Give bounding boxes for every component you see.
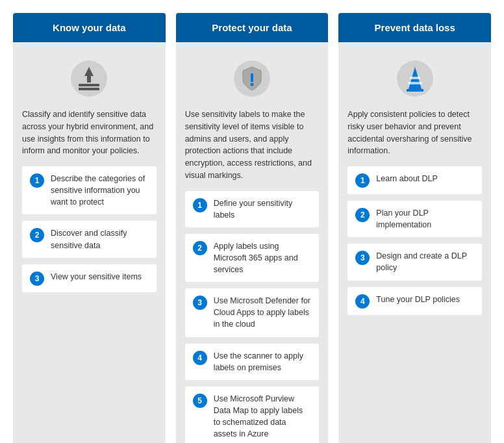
prevent-step-3-text: Design and create a DLP policy: [376, 250, 474, 273]
column-protect-body: Use sensitivity labels to make the sensi…: [176, 42, 329, 443]
know-step-2[interactable]: 2 Discover and classify sensitive data: [22, 221, 157, 257]
svg-rect-11: [410, 77, 420, 79]
know-step-1-number: 1: [30, 173, 44, 188]
protect-step-4-number: 4: [193, 351, 207, 365]
prevent-step-2-number: 2: [355, 208, 370, 222]
protect-step-3-text: Use Microsoft Defender for Cloud Apps to…: [214, 295, 312, 330]
main-container: Know your data Classify and identify sen…: [13, 13, 491, 443]
prevent-step-2-text: Plan your DLP implementation: [376, 207, 474, 231]
svg-rect-4: [87, 76, 91, 82]
protect-step-5[interactable]: 5 Use Microsoft Purview Data Map to appl…: [185, 386, 320, 443]
protect-step-3[interactable]: 3 Use Microsoft Defender for Cloud Apps …: [185, 288, 320, 336]
svg-rect-1: [79, 84, 99, 86]
column-know-header: Know your data: [13, 13, 166, 42]
prevent-step-1-number: 1: [355, 173, 370, 188]
column-know: Know your data Classify and identify sen…: [13, 13, 166, 443]
protect-step-3-number: 3: [193, 296, 207, 310]
prevent-description: Apply consistent policies to detect risk…: [347, 108, 482, 157]
know-step-3[interactable]: 3 View your sensitive items: [22, 264, 157, 292]
protect-step-1[interactable]: 1 Define your sensitivity labels: [185, 191, 320, 227]
know-step-3-number: 3: [30, 272, 44, 286]
column-protect: Protect your data Use sensitivity labels…: [176, 13, 329, 443]
know-step-1[interactable]: 1 Describe the categories of sensitive i…: [22, 166, 157, 214]
column-prevent-header: Prevent data loss: [338, 13, 491, 42]
svg-rect-6: [251, 73, 253, 82]
svg-rect-10: [408, 82, 422, 84]
prevent-step-3[interactable]: 3 Design and create a DLP policy: [347, 244, 482, 280]
prevent-step-3-number: 3: [355, 251, 370, 265]
know-step-1-text: Describe the categories of sensitive inf…: [51, 173, 149, 208]
prevent-step-2[interactable]: 2 Plan your DLP implementation: [347, 201, 482, 237]
protect-icon: [233, 59, 271, 98]
column-protect-header: Protect your data: [176, 13, 329, 42]
protect-icon-area: [185, 53, 320, 102]
svg-point-7: [251, 83, 254, 86]
prevent-step-1[interactable]: 1 Learn about DLP: [347, 166, 482, 194]
protect-step-5-text: Use Microsoft Purview Data Map to apply …: [214, 393, 312, 440]
know-icon: [69, 59, 108, 98]
svg-rect-2: [79, 88, 99, 90]
protect-step-2-number: 2: [193, 241, 207, 255]
protect-description: Use sensitivity labels to make the sensi…: [185, 108, 320, 182]
protect-step-4[interactable]: 4 Use the scanner to apply labels on pre…: [185, 344, 320, 380]
prevent-step-4-text: Tune your DLP policies: [376, 294, 460, 305]
know-step-3-text: View your sensitive items: [51, 271, 142, 283]
know-step-2-number: 2: [30, 228, 44, 242]
protect-step-1-text: Define your sensitivity labels: [214, 197, 312, 221]
know-description: Classify and identify sensitive data acr…: [22, 108, 157, 157]
column-prevent-body: Apply consistent policies to detect risk…: [338, 42, 491, 443]
protect-step-2-text: Apply labels using Microsoft 365 apps an…: [214, 240, 312, 275]
prevent-step-4-number: 4: [355, 294, 370, 309]
prevent-step-1-text: Learn about DLP: [376, 173, 438, 184]
column-prevent: Prevent data loss Apply consistent polic…: [338, 13, 491, 443]
column-know-body: Classify and identify sensitive data acr…: [13, 42, 166, 443]
prevent-icon-area: [347, 53, 482, 102]
protect-step-2[interactable]: 2 Apply labels using Microsoft 365 apps …: [185, 234, 320, 282]
protect-step-4-text: Use the scanner to apply labels on premi…: [214, 350, 312, 373]
prevent-icon: [396, 59, 435, 98]
protect-step-5-number: 5: [193, 394, 207, 408]
svg-rect-12: [407, 89, 423, 92]
protect-step-1-number: 1: [193, 198, 207, 212]
know-step-2-text: Discover and classify sensitive data: [51, 227, 149, 251]
prevent-step-4[interactable]: 4 Tune your DLP policies: [347, 287, 482, 315]
know-icon-area: [22, 53, 157, 102]
